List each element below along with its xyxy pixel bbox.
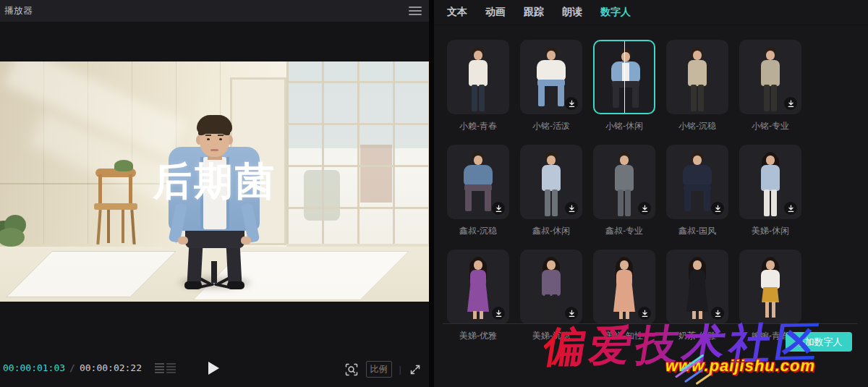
avatar-label: 奶茶-优雅 <box>660 330 734 342</box>
avatar-label: 小铭-专业 <box>733 120 807 132</box>
download-icon[interactable] <box>565 307 578 320</box>
timecode: 00:00:01:03 / 00:00:02:22 <box>3 362 176 373</box>
avatar-label: 小铭-活泼 <box>514 120 588 132</box>
avatar-figure <box>447 40 509 114</box>
avatar-card-美娣-优雅[interactable] <box>447 250 509 324</box>
avatar-label: 小赖-青春 <box>441 120 515 132</box>
avatar-card-奶茶-优雅[interactable] <box>666 250 728 324</box>
download-icon[interactable] <box>565 202 578 215</box>
play-button[interactable] <box>208 362 219 375</box>
video-preview[interactable]: 后期菌 <box>0 61 429 302</box>
download-icon[interactable] <box>492 307 505 320</box>
tab-跟踪[interactable]: 跟踪 <box>524 6 544 19</box>
download-icon[interactable] <box>711 307 724 320</box>
avatar-card-鑫叔-专业[interactable] <box>593 145 655 219</box>
avatar-card-小铭-专业[interactable] <box>739 40 801 114</box>
avatar-label: 美娣-优雅 <box>441 330 515 342</box>
player-bottombar: 00:00:01:03 / 00:00:02:22 比例 | <box>0 352 429 387</box>
avatar-card-鑫叔-休闲[interactable] <box>520 145 582 219</box>
avatar-label: 鑫叔-休闲 <box>514 225 588 237</box>
avatar-card-鑫叔-国风[interactable] <box>666 145 728 219</box>
avatar-card-美娣-休闲[interactable] <box>739 145 801 219</box>
preview-quality-icon[interactable] <box>344 362 359 377</box>
tab-动画[interactable]: 动画 <box>485 6 506 19</box>
current-time: 00:00:01:03 <box>3 362 65 373</box>
tab-数字人[interactable]: 数字人 <box>600 6 631 19</box>
avatar-figure <box>666 40 728 114</box>
digital-human-panel: 文本动画跟踪朗读数字人 小赖-青春小铭-活泼小铭-休闲小铭-沉稳小铭-专业鑫叔-… <box>434 0 868 387</box>
download-icon[interactable] <box>638 307 651 320</box>
caption-overlay[interactable]: 后期菌 <box>0 156 429 208</box>
download-icon[interactable] <box>638 202 651 215</box>
avatar-card-小铭-活泼[interactable] <box>520 40 582 114</box>
download-icon[interactable] <box>492 202 505 215</box>
download-icon[interactable] <box>784 202 797 215</box>
player-title: 播放器 <box>4 4 33 17</box>
avatar-card-小铭-沉稳[interactable] <box>666 40 728 114</box>
add-digital-human-button[interactable]: 添加数字人 <box>786 332 852 352</box>
avatar-card-美娣-知性[interactable] <box>593 250 655 324</box>
total-duration: 00:00:02:22 <box>80 362 142 373</box>
avatar-card-美娣-沉稳[interactable] <box>520 250 582 324</box>
avatar-figure <box>739 250 801 324</box>
avatar-label: 鑫叔-沉稳 <box>441 225 515 237</box>
avatar-label: 小铭-休闲 <box>587 120 661 132</box>
download-icon[interactable] <box>711 202 724 215</box>
panel-divider <box>443 323 858 324</box>
avatar-label: 美娣-沉稳 <box>514 330 588 342</box>
avatar-label: 鑫叔-专业 <box>587 225 661 237</box>
menu-icon[interactable] <box>409 7 422 15</box>
compare-slider-line[interactable] <box>624 41 625 113</box>
fullscreen-icon[interactable] <box>409 363 422 376</box>
avatar-card-鑫叔-沉稳[interactable] <box>447 145 509 219</box>
player-panel: 播放器 <box>0 0 429 387</box>
ratio-button[interactable]: 比例 <box>366 361 392 378</box>
avatar-card-婉婉-青春[interactable] <box>739 250 801 324</box>
avatar-card-小赖-青春[interactable] <box>447 40 509 114</box>
segment-duration-icon[interactable] <box>155 362 176 373</box>
avatar-label: 美娣-知性 <box>587 330 661 342</box>
avatar-label: 美娣-休闲 <box>733 225 807 237</box>
player-topbar: 播放器 <box>0 0 429 22</box>
avatar-label: 小铭-沉稳 <box>660 120 734 132</box>
tab-bar: 文本动画跟踪朗读数字人 <box>434 0 868 25</box>
tab-文本[interactable]: 文本 <box>447 6 467 19</box>
time-separator: / <box>69 362 75 373</box>
download-icon[interactable] <box>565 97 578 110</box>
controls-separator: | <box>399 364 401 375</box>
tab-朗读[interactable]: 朗读 <box>562 6 582 19</box>
avatar-label: 鑫叔-国风 <box>660 225 734 237</box>
download-icon[interactable] <box>784 97 797 110</box>
avatar-card-小铭-休闲[interactable] <box>593 40 655 114</box>
